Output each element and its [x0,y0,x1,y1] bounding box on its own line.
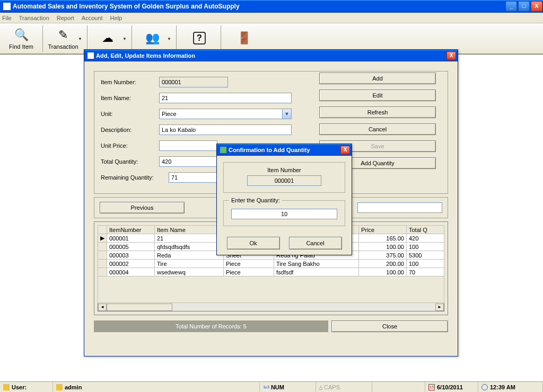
main-window-title: Automated Sales and Inventory System of … [13,3,240,10]
col-total[interactable]: Total Q [407,226,444,234]
confirm-item-number-field [247,175,321,186]
unit-combo[interactable]: ▼ [159,109,292,119]
magnifier-icon: 🔍 [14,28,29,42]
toolbar-button-3[interactable]: ☁ ▼ [92,25,128,52]
cell-desc[interactable]: Tire Sang Bakho [274,260,359,268]
cell-total[interactable]: 420 [407,234,444,243]
toolbar-separator [42,25,46,52]
items-dialog-titlebar[interactable]: Add, Edit, Update Items Information X [84,50,458,61]
calendar-icon: 15 [428,384,435,390]
toolbar-separator [221,25,224,52]
toolbar-button-6[interactable]: 🚪 [226,25,262,52]
main-window-titlebar: Automated Sales and Inventory System of … [0,0,543,13]
toolbar-separator [132,25,135,52]
grid-corner [98,226,107,234]
cell-item-name[interactable]: Reda [155,251,224,260]
cell-price[interactable]: 200.00 [359,260,407,268]
scroll-left-button[interactable]: ◄ [98,304,107,311]
help-icon: ? [193,32,206,44]
col-price[interactable]: Price [359,226,407,234]
cell-total[interactable]: 100 [407,260,444,268]
menu-help[interactable]: Help [110,15,122,21]
confirm-dialog-title: Confirmation to Add Quantity [229,147,310,153]
confirm-dialog-titlebar[interactable]: Confirmation to Add Quantity X [217,144,352,156]
ok-button[interactable]: Ok [227,237,280,250]
unit-label: Unit: [101,111,159,117]
confirm-cancel-button[interactable]: Cancel [289,237,342,250]
cell-price[interactable]: 165.00 [359,234,407,243]
cell-item-number[interactable]: 000003 [107,251,155,260]
confirm-qty-field[interactable] [231,209,337,219]
row-header [98,243,107,251]
chevron-down-icon: ▼ [167,36,171,41]
scroll-right-button[interactable]: ► [435,304,444,311]
cell-item-name[interactable]: 21 [155,234,224,243]
close-dialog-button[interactable]: Close [331,320,448,332]
record-count-bar: Total Number of Records: 5 [94,320,328,332]
cloud-icon: ☁ [100,31,115,46]
toolbar-button-4[interactable]: 👥 ▼ [137,25,173,52]
cell-item-number[interactable]: 000004 [107,268,155,277]
dialog-icon [220,147,226,153]
menu-transaction[interactable]: Transaction [19,15,49,21]
cancel-button[interactable]: Cancel [319,123,436,135]
toolbar-find-item[interactable]: 🔍 Find Item [3,25,39,52]
cell-total[interactable]: 100 [407,243,444,251]
edit-button[interactable]: Edit [319,90,436,101]
maximize-button[interactable]: □ [518,1,530,12]
toolbar-transaction[interactable]: ✎ Transaction ▼ [48,25,84,52]
col-item-name[interactable]: Item Name [155,226,224,234]
items-dialog-title: Add, Edit, Update Items Information [96,52,195,59]
people-icon: 👥 [145,31,160,46]
dialog-footer: Total Number of Records: 5 Close [94,320,448,332]
chevron-down-icon[interactable]: ▼ [282,109,291,119]
refresh-button[interactable]: Refresh [319,106,436,118]
cell-item-number[interactable]: 000002 [107,260,155,268]
table-row[interactable]: 000002TirePieceTire Sang Bakho200.00100 [98,260,444,268]
table-row[interactable]: 000004wsedwewqPiecefsdfsdf100.0070 [98,268,444,277]
menu-report[interactable]: Report [57,15,74,21]
chevron-down-icon: ▼ [122,36,127,41]
toolbar-transaction-label: Transaction [48,43,78,50]
grid-horizontal-scrollbar[interactable]: ◄ ► [98,303,444,311]
toolbar-button-5[interactable]: ? [181,25,217,52]
minimize-button[interactable]: _ [505,1,517,12]
cell-unit[interactable]: Piece [224,260,274,268]
cell-unit[interactable]: Piece [224,268,274,277]
cell-desc[interactable]: fsdfsdf [274,268,359,277]
description-field[interactable] [159,124,292,135]
cell-item-name[interactable]: wsedwewq [155,268,224,277]
toolbar-find-item-label: Find Item [9,43,33,50]
menu-account[interactable]: Account [82,15,103,21]
cell-item-name[interactable]: qfdsqdfsqdfs [155,243,224,251]
previous-button[interactable]: Previous [100,202,185,213]
menu-file[interactable]: File [2,15,12,21]
cell-price[interactable]: 100.00 [359,268,407,277]
add-button[interactable]: Add [319,73,436,84]
item-name-field[interactable] [159,93,292,103]
quantity-group: Enter the Quantity: [223,197,345,226]
search-name-field[interactable] [357,202,442,213]
description-label: Description: [101,127,159,133]
scroll-thumb[interactable] [107,304,172,311]
status-user-value: admin [65,384,82,390]
app-icon [3,3,11,10]
row-header [98,260,107,268]
cell-item-number[interactable]: 000001 [107,234,155,243]
toolbar-separator [87,25,90,52]
col-item-number[interactable]: ItemNumber [107,226,155,234]
cell-item-name[interactable]: Tire [155,260,224,268]
remaining-qty-field[interactable] [169,172,217,183]
cell-total[interactable]: 5300 [407,251,444,260]
total-qty-field[interactable] [159,156,217,167]
unit-price-field[interactable] [159,140,217,151]
close-button[interactable]: X [531,1,542,12]
cell-item-number[interactable]: 000005 [107,243,155,251]
scroll-track[interactable] [107,304,435,311]
confirm-dialog-close-button[interactable]: X [340,146,350,154]
cell-price[interactable]: 100.00 [359,243,407,251]
unit-combo-value[interactable] [159,109,292,119]
cell-total[interactable]: 70 [407,268,444,277]
cell-price[interactable]: 375.00 [359,251,407,260]
items-dialog-close-button[interactable]: X [446,51,456,60]
